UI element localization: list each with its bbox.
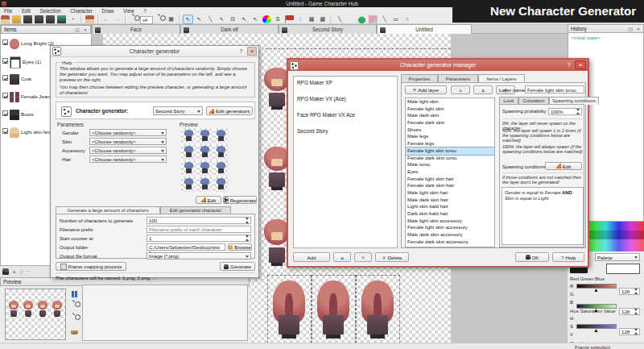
prefix-field[interactable] — [147, 226, 251, 233]
history-panel-header[interactable]: History ◫ × — [568, 24, 644, 33]
probability-field[interactable]: 100% — [548, 108, 582, 115]
format-combo[interactable]: Image (*.png) — [147, 252, 251, 260]
add-generator-button[interactable]: Add — [293, 252, 330, 262]
manager-dialog-titlebar[interactable]: Character generator manager ? × — [288, 60, 588, 71]
conditions-box[interactable]: Gender is equal to Female AND Skin is eq… — [502, 187, 584, 245]
edit-generators-button[interactable]: Edit generators — [206, 106, 253, 115]
pin-icon[interactable]: ◫ — [627, 26, 634, 32]
dialog-help-button[interactable]: ? — [565, 61, 573, 69]
generator-list-item[interactable]: Face RPG Maker VX Ace — [294, 112, 397, 128]
swap-colors-icon[interactable]: S — [274, 15, 283, 23]
move-generator-up-button[interactable]: ▲ — [333, 252, 351, 262]
character-generator-icon[interactable] — [85, 15, 94, 23]
zoom-level-combo[interactable]: x4 — [140, 16, 153, 24]
ok-button[interactable]: OK — [515, 252, 549, 262]
param-gender-combo[interactable]: <Choose randomly> — [89, 129, 167, 136]
layer-item[interactable]: Dark skin bald hair — [406, 210, 494, 218]
save-icon[interactable] — [23, 15, 32, 23]
generator-list-item[interactable]: Second Story — [294, 128, 397, 144]
pen-tool-icon[interactable]: ╲ — [206, 15, 215, 23]
save-all-icon[interactable] — [35, 15, 43, 23]
menu-draw[interactable]: Draw — [98, 7, 118, 15]
close-icon[interactable]: × — [635, 26, 642, 32]
flag-icon[interactable] — [285, 15, 294, 23]
select-alt-tool-icon[interactable]: ↖ — [195, 15, 204, 23]
edit-character-button[interactable]: Edit — [196, 196, 221, 204]
line-tool-icon[interactable]: ╲ — [380, 15, 389, 23]
move-selection-icon[interactable]: ↖ — [217, 15, 226, 23]
edit-conditions-button[interactable]: Edit — [545, 162, 582, 170]
layer-action-button[interactable]: ▲ — [451, 85, 470, 94]
current-color-swatch[interactable] — [606, 264, 640, 274]
item-checkbox[interactable] — [2, 110, 8, 116]
layer-item[interactable]: Female legs — [406, 140, 494, 147]
layer-item[interactable]: Male dark skin accessory — [406, 231, 494, 239]
move-generator-down-button[interactable]: ▼ — [354, 252, 372, 262]
generate-button[interactable]: Generate — [220, 262, 255, 271]
close-icon[interactable]: × — [82, 27, 89, 33]
generator-combo[interactable]: Second Story — [153, 106, 203, 115]
layer-item[interactable]: Male dark skin hair — [406, 197, 494, 204]
output-folder-field[interactable]: C:/Users/Sébastien/Desktop/test 1 — [147, 243, 225, 251]
generator-dialog-titlebar[interactable]: Character generator ? × — [51, 46, 258, 57]
layer-item[interactable]: Male light skin — [406, 98, 494, 106]
menu-view[interactable]: View — [119, 7, 138, 15]
color-wheel-icon[interactable] — [262, 15, 271, 23]
undo-icon[interactable]: ← — [102, 15, 111, 23]
new-character-icon[interactable] — [1, 15, 10, 23]
palette-combo[interactable]: Palette — [595, 253, 640, 261]
frame-icon[interactable] — [69, 327, 80, 338]
tab-second-story[interactable]: Second Story — [279, 24, 377, 34]
zoom-out-icon[interactable] — [130, 15, 138, 23]
param-skin-combo[interactable]: <Choose randomly> — [89, 138, 167, 145]
delete-generator-button[interactable]: ✕ Delete — [375, 252, 409, 262]
layer-item[interactable]: Male light skin accessory — [406, 218, 494, 225]
dialog-close-button[interactable]: × — [247, 47, 257, 56]
add-item-icon[interactable] — [2, 268, 9, 275]
r-slider[interactable] — [576, 284, 617, 289]
count-field[interactable]: 100 — [147, 217, 251, 224]
param-accessory-combo[interactable]: <Choose randomly> — [89, 147, 167, 154]
item-checkbox[interactable] — [2, 58, 8, 64]
redo-icon[interactable]: → — [113, 15, 122, 23]
layer-item[interactable]: Eyes — [406, 168, 494, 176]
cursor-paste-icon[interactable]: ↖ — [251, 15, 260, 23]
select-tool-icon[interactable]: ↖ — [184, 15, 192, 23]
menu-selection[interactable]: Selection — [36, 7, 65, 15]
layer-item[interactable]: Female light skin hair — [406, 176, 494, 183]
add-layer-button[interactable]: + Add layer — [405, 85, 447, 94]
browse-button[interactable]: Browse — [228, 243, 252, 251]
items-panel-header[interactable]: Items ◫ × — [1, 25, 91, 34]
layer-item[interactable]: Female dark skin hair — [406, 182, 494, 189]
pin-icon[interactable]: ◫ — [74, 27, 80, 33]
generator-list[interactable]: RPG Maker XP RPG Maker VX (Ace) Face RPG… — [293, 76, 398, 248]
item-checkbox[interactable] — [2, 39, 8, 45]
layer-item[interactable]: Female dark skin torso — [406, 155, 494, 162]
dialog-close-button[interactable]: × — [575, 60, 586, 69]
eyedropper-icon[interactable]: ╲ — [335, 15, 344, 23]
tab-face[interactable]: Face — [92, 24, 180, 34]
sheet2-icon[interactable]: ▩ — [318, 15, 327, 23]
move-layer-up-button[interactable]: ▲ — [473, 85, 493, 94]
move-up-icon[interactable]: ▲ — [11, 267, 17, 276]
tab-untitled[interactable]: Untitled — [377, 24, 472, 34]
layer-item[interactable]: Male legs — [406, 133, 494, 140]
export-color-icon[interactable] — [57, 15, 66, 23]
layer-item[interactable]: Female light skin accessory — [406, 224, 494, 231]
item-checkbox[interactable] — [2, 93, 8, 98]
layer-item[interactable]: Male torso — [406, 161, 494, 168]
ellipse-tool-icon[interactable]: ○ — [402, 15, 411, 23]
cursor-copy-icon[interactable]: ↖ — [240, 15, 249, 23]
preview-zoom-in-button[interactable] — [69, 301, 80, 312]
counter-field[interactable]: 1 — [147, 235, 251, 242]
layer-item-selected[interactable]: Female light skin torso — [406, 147, 494, 155]
open-folder-icon[interactable] — [12, 15, 21, 23]
layer-item[interactable]: Shoes — [406, 127, 494, 134]
layer-item[interactable]: Female dark skin — [406, 119, 494, 127]
layer-name-field[interactable]: Female light skin torso — [525, 85, 584, 93]
layer-item[interactable]: Female dark skin accessory — [406, 239, 494, 246]
zoom-in-icon[interactable] — [155, 15, 164, 23]
bucket-tool-icon[interactable] — [357, 15, 366, 23]
eraser-tool-icon[interactable] — [369, 15, 378, 23]
layers-list[interactable]: Male light skin Female light skin Male d… — [405, 98, 495, 247]
